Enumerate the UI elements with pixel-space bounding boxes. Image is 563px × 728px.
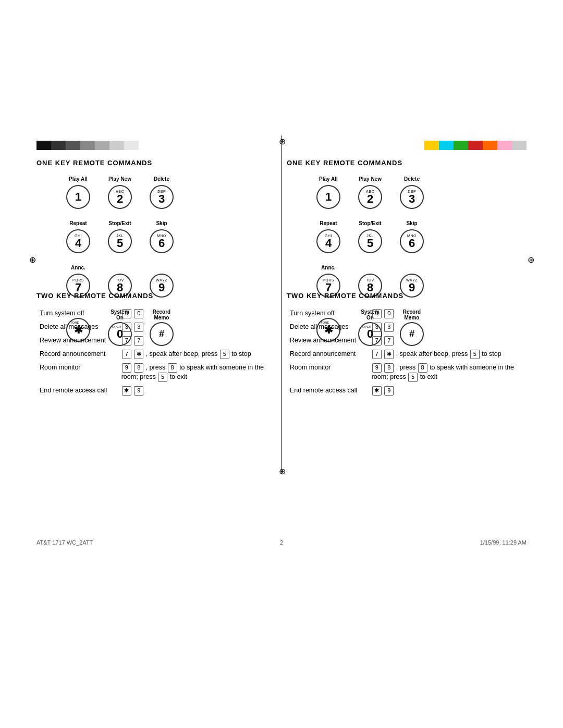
key-box: 0 <box>384 309 394 318</box>
key-5-circle[interactable]: JKL 5 <box>108 229 132 253</box>
row-keys: 0 0 <box>369 307 527 320</box>
key-box: 3 <box>134 323 143 332</box>
key-box: 7 <box>384 336 394 346</box>
row-label: Review announcement <box>287 334 369 348</box>
key-box: 7 <box>372 336 382 346</box>
r-key-6-label: Skip <box>406 220 417 228</box>
key-3-number: 3 <box>158 193 165 205</box>
r-key-cell-6: Skip MNO 6 <box>391 218 433 263</box>
key-1-label: Play All <box>69 176 88 183</box>
table-row: Turn system off 0 0 <box>36 307 276 320</box>
row-keys: ✱ 9 <box>369 384 527 398</box>
row-label: Record announcement <box>287 348 369 361</box>
r-key-6-circle[interactable]: MNO 6 <box>400 229 424 253</box>
key-1-number: 1 <box>75 191 81 203</box>
r-key-5-label: Stop/Exit <box>359 220 381 228</box>
key-4-circle[interactable]: GHI 4 <box>66 229 90 253</box>
table-row: Delete all messages 3 3 <box>36 320 276 334</box>
row-keys: 3 3 <box>118 320 276 334</box>
key-2-number: 2 <box>117 193 123 205</box>
row-label: Turn system off <box>36 307 118 320</box>
key-box: 0 <box>134 309 143 318</box>
key-6-circle[interactable]: MNO 6 <box>150 229 174 253</box>
key-cell-6: Skip MNO 6 <box>141 218 182 263</box>
key-5-number: 5 <box>117 238 123 249</box>
r-key-1-number: 1 <box>325 191 332 203</box>
r-key-cell-5: Stop/Exit JKL 5 <box>349 218 391 263</box>
row-keys: 0 0 <box>118 307 276 320</box>
key-box: 5 <box>408 373 418 382</box>
r-key-3-circle[interactable]: DEF 3 <box>400 185 424 209</box>
row-keys: 3 3 <box>369 320 527 334</box>
r-key-1-circle[interactable]: 1 <box>316 185 340 209</box>
key-cell-3: Delete DEF 3 <box>141 174 182 218</box>
r-key-4-number: 4 <box>325 238 332 249</box>
left-two-key-section: TWO KEY REMOTE COMMANDS Turn system off … <box>36 287 276 398</box>
r-key-6-number: 6 <box>409 238 415 249</box>
r-key-5-circle[interactable]: JKL 5 <box>358 229 382 253</box>
table-row: Review announcement 7 7 <box>36 334 276 348</box>
key-6-number: 6 <box>158 238 165 249</box>
row-label: End remote access call <box>287 384 369 398</box>
footer-left: AT&T 1717 WC_2ATT <box>36 539 93 546</box>
key-box: 7 <box>122 336 131 346</box>
key-2-circle[interactable]: ABC 2 <box>108 185 132 209</box>
r-key-9-label <box>411 265 413 272</box>
key-box: 9 <box>134 386 143 396</box>
row-label: Room monitor <box>287 361 369 384</box>
row-label: End remote access call <box>36 384 118 398</box>
r-key-7-label: Annc. <box>321 265 336 272</box>
key-box: 8 <box>134 363 143 373</box>
row-label: Review announcement <box>36 334 118 348</box>
row-keys: 7 7 <box>369 334 527 348</box>
footer-center: 2 <box>280 539 283 546</box>
key-6-label: Skip <box>156 220 167 228</box>
crosshair-left <box>28 255 36 264</box>
table-row: End remote access call ✱ 9 <box>36 384 276 398</box>
r-key-8-label <box>370 265 371 272</box>
left-one-key-title: ONE KEY REMOTE COMMANDS <box>36 159 276 167</box>
crosshair-center-bottom <box>278 467 286 475</box>
key-4-label: Repeat <box>69 220 87 228</box>
key-7-label: Annc. <box>71 265 85 272</box>
key-3-circle[interactable]: DEF 3 <box>150 185 174 209</box>
key-5-label: Stop/Exit <box>108 220 131 228</box>
table-row: Room monitor 9 8 , press 8 to speak with… <box>36 361 276 384</box>
key-box: 0 <box>372 309 382 318</box>
r-key-5-number: 5 <box>367 238 373 249</box>
key-cell-2: Play New ABC 2 <box>99 174 141 218</box>
key-box: ✱ <box>372 386 382 396</box>
right-two-key-table: Turn system off 0 0 Delete all messages … <box>287 307 527 398</box>
key-box: ✱ <box>384 350 394 359</box>
key-box: 9 <box>372 363 382 373</box>
row-label: Delete all messages <box>36 320 118 334</box>
key-box: 8 <box>418 363 427 373</box>
table-row: End remote access call ✱ 9 <box>287 384 527 398</box>
r-key-cell-4: Repeat GHI 4 <box>308 218 349 263</box>
key-9-label <box>161 265 163 272</box>
left-two-key-title: TWO KEY REMOTE COMMANDS <box>36 292 276 300</box>
left-two-key-table: Turn system off 0 0 Delete all messages … <box>36 307 276 398</box>
key-box: ✱ <box>134 350 143 359</box>
key-3-label: Delete <box>154 176 169 183</box>
key-8-label <box>119 265 121 272</box>
key-box: 5 <box>470 350 480 359</box>
r-key-1-label: Play All <box>319 176 338 183</box>
r-key-4-circle[interactable]: GHI 4 <box>316 229 340 253</box>
row-label: Turn system off <box>287 307 369 320</box>
key-box: 0 <box>122 309 131 318</box>
color-bar-right <box>424 141 527 150</box>
r-key-2-circle[interactable]: ABC 2 <box>358 185 382 209</box>
table-row: Delete all messages 3 3 <box>287 320 527 334</box>
color-bar-left <box>36 141 139 150</box>
key-box: 9 <box>384 386 394 396</box>
key-1-circle[interactable]: 1 <box>66 185 90 209</box>
table-row: Record announcement 7 ✱ , speak after be… <box>287 348 527 361</box>
key-cell-4: Repeat GHI 4 <box>57 218 99 263</box>
crosshair-right <box>527 255 535 264</box>
page: ONE KEY REMOTE COMMANDS Play All 1 Play … <box>0 0 563 728</box>
row-desc: 7 ✱ , speak after beep, press 5 to stop <box>369 348 527 361</box>
key-box: 5 <box>220 350 229 359</box>
r-key-cell-3: Delete DEF 3 <box>391 174 433 218</box>
key-2-label: Play New <box>108 176 131 183</box>
